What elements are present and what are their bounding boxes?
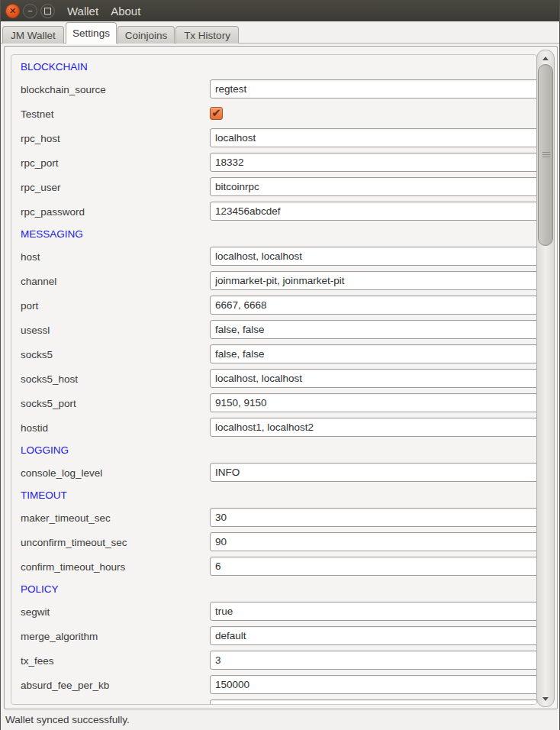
row-rpc-password: rpc_password [21,199,536,224]
field-label: confirm_timeout_hours [21,561,125,573]
section-timeout: TIMEOUT [21,489,67,501]
menu-wallet[interactable]: Wallet [67,5,98,18]
settings-scroll-area: BLOCKCHAIN blockchain_source Testnet ✔ r… [4,46,558,709]
field-label: rpc_user [21,182,61,193]
row-confirm-timeout-hours: confirm_timeout_hours [21,554,536,579]
row-usessl: usessl [21,318,536,342]
tab-coinjoins[interactable]: Coinjoins [117,26,175,44]
row-maker-timeout-sec: maker_timeout_sec [21,506,536,530]
row-testnet: Testnet ✔ [21,102,536,126]
port-input[interactable] [210,296,537,315]
settings-form: BLOCKCHAIN blockchain_source Testnet ✔ r… [11,54,537,705]
console-log-level-input[interactable] [210,463,537,482]
field-label: rpc_password [21,206,85,218]
field-label: absurd_fee_per_kb [21,680,109,691]
close-icon: ✕ [9,7,16,15]
channel-input[interactable] [210,271,537,290]
row-socks5-host: socks5_host [21,367,536,391]
host-input[interactable] [210,247,537,266]
confirm-timeout-hours-input[interactable] [210,557,537,576]
field-label: channel [21,276,56,287]
field-label: merge_algorithm [21,631,98,642]
section-blockchain: BLOCKCHAIN [21,61,88,73]
arrow-down-icon [542,697,549,701]
unconfirm-timeout-sec-input[interactable] [210,532,537,551]
tab-jm-wallet[interactable]: JM Wallet [2,26,64,44]
vertical-scrollbar[interactable] [536,50,555,707]
wallet-window: ✕ − Wallet About JM Wallet Settings Coin… [0,0,560,730]
row-console-log-level: console_log_level [21,460,536,485]
scroll-down-button[interactable] [537,693,554,705]
row-partial-clipped [21,697,536,705]
minimize-icon: − [27,7,32,15]
tab-tx-history[interactable]: Tx History [175,26,239,44]
maker-timeout-sec-input[interactable] [210,508,537,527]
testnet-checkbox[interactable]: ✔ [210,107,223,120]
field-label: console_log_level [21,467,102,479]
segwit-input[interactable] [210,602,537,621]
minimize-button[interactable]: − [23,4,37,18]
field-label: socks5_port [21,398,76,409]
field-label: tx_fees [21,655,54,667]
field-label: hostid [21,422,48,434]
tx-fees-input[interactable] [210,651,537,670]
field-label: blockchain_source [21,84,106,95]
field-label: port [21,300,38,312]
socks5-port-input[interactable] [210,393,537,412]
titlebar: ✕ − Wallet About [1,0,559,22]
row-rpc-port: rpc_port [21,150,536,175]
row-segwit: segwit [21,599,536,624]
clipped-input[interactable] [210,699,537,705]
menu-about[interactable]: About [111,5,140,18]
row-merge-algorithm: merge_algorithm [21,624,536,648]
section-logging: LOGGING [21,444,69,456]
arrow-up-icon [542,57,549,60]
rpc-user-input[interactable] [210,177,537,196]
absurd-fee-per-kb-input[interactable] [210,675,537,694]
field-label: socks5_host [21,373,78,385]
field-label: usessl [21,325,50,336]
row-rpc-user: rpc_user [21,175,536,199]
row-host: host [21,244,536,269]
merge-algorithm-input[interactable] [210,626,537,645]
field-label: unconfirm_timeout_sec [21,537,127,548]
blockchain-source-input[interactable] [210,79,537,99]
row-hostid: hostid [21,415,536,440]
status-message: Wallet synced successfully. [5,714,130,725]
row-unconfirm-timeout-sec: unconfirm_timeout_sec [21,530,536,554]
rpc-port-input[interactable] [210,153,537,172]
row-rpc-host: rpc_host [21,126,536,150]
socks5-host-input[interactable] [210,369,537,388]
rpc-host-input[interactable] [210,128,537,147]
section-messaging: MESSAGING [21,228,83,240]
field-label: socks5 [21,349,53,360]
field-label: segwit [21,606,50,618]
scroll-up-button[interactable] [537,52,554,64]
maximize-icon [44,8,51,15]
scrollbar-grip-icon [542,152,550,158]
tab-bar: JM Wallet Settings Coinjoins Tx History [1,21,559,44]
row-channel: channel [21,269,536,293]
socks5-input[interactable] [210,344,537,363]
field-label: rpc_port [21,157,59,169]
maximize-button[interactable] [40,4,55,18]
checkmark-icon: ✔ [211,107,221,118]
scrollbar-thumb[interactable] [538,64,553,246]
field-label: maker_timeout_sec [21,512,111,524]
field-label: rpc_host [21,133,60,144]
section-policy: POLICY [21,583,59,595]
hostid-input[interactable] [210,418,537,437]
row-socks5: socks5 [21,342,536,367]
row-absurd-fee-per-kb: absurd_fee_per_kb [21,673,536,697]
close-button[interactable]: ✕ [5,4,20,18]
field-label: host [21,251,40,263]
row-blockchain-source: blockchain_source [21,77,536,102]
status-bar: Wallet synced successfully. [1,709,559,730]
row-socks5-port: socks5_port [21,391,536,415]
usessl-input[interactable] [210,320,537,339]
row-port: port [21,293,536,318]
tab-settings[interactable]: Settings [66,22,117,44]
row-tx-fees: tx_fees [21,648,536,673]
rpc-password-input[interactable] [210,202,537,221]
field-label: Testnet [21,108,54,120]
